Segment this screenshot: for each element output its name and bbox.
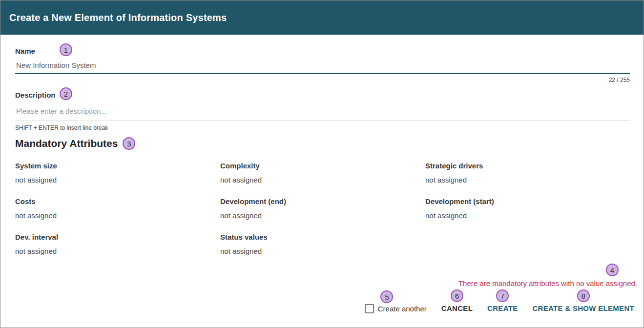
create-button[interactable]: CREATE xyxy=(487,303,518,313)
mandatory-attributes-heading-row: Mandatory Attributes 3 xyxy=(15,137,630,150)
attribute-label: Development (start) xyxy=(425,197,630,205)
attribute-label: Complexity xyxy=(220,162,425,170)
action-bar: 5 Create another 6 CANCEL 7 CREATE 8 CRE… xyxy=(15,289,634,313)
dialog-body: Name 1 22 / 255 Description 2 SHIFT + EN… xyxy=(0,44,644,313)
dialog-title: Create a New Element of Information Syst… xyxy=(9,12,227,23)
attribute-status-values: Status values not assigned xyxy=(220,233,425,255)
attribute-value: not assigned xyxy=(15,176,220,184)
step-badge-7: 7 xyxy=(496,289,509,302)
attribute-label: System size xyxy=(15,162,220,170)
create-element-dialog: { "dialog": { "title": "Create a New Ele… xyxy=(0,0,644,328)
mandatory-attributes-grid: System size not assigned Complexity not … xyxy=(15,162,630,255)
attribute-development-end: Development (end) not assigned xyxy=(220,197,425,220)
attribute-value: not assigned xyxy=(220,176,425,184)
attribute-label: Costs xyxy=(15,197,220,205)
description-label: Description xyxy=(15,91,56,99)
create-another-group: 5 Create another xyxy=(365,290,427,313)
attribute-development-start: Development (start) not assigned xyxy=(425,197,630,220)
description-hint: SHIFT + ENTER to insert line break xyxy=(15,124,630,131)
step-badge-1: 1 xyxy=(60,43,72,56)
attribute-costs: Costs not assigned xyxy=(15,197,220,220)
step-badge-3: 3 xyxy=(123,137,135,150)
attribute-value: not assigned xyxy=(425,176,630,184)
attribute-value: not assigned xyxy=(220,247,425,255)
name-label: Name xyxy=(15,47,35,55)
attribute-complexity: Complexity not assigned xyxy=(220,162,425,184)
attribute-label: Dev. interval xyxy=(15,233,220,241)
create-show-group: 8 CREATE & SHOW ELEMENT xyxy=(532,289,634,313)
create-another-checkbox[interactable] xyxy=(365,304,374,313)
attribute-strategic-drivers: Strategic drivers not assigned xyxy=(425,162,630,184)
create-another-label: Create another xyxy=(378,305,427,313)
attribute-value: not assigned xyxy=(15,247,220,255)
step-badge-8: 8 xyxy=(577,289,590,302)
dialog-header: Create a New Element of Information Syst… xyxy=(0,0,644,35)
name-input[interactable] xyxy=(15,61,630,74)
attribute-dev-interval: Dev. interval not assigned xyxy=(15,233,220,255)
attribute-value: not assigned xyxy=(15,211,220,220)
cancel-group: 6 CANCEL xyxy=(441,289,473,313)
attribute-label: Status values xyxy=(220,233,425,241)
name-char-counter: 22 / 255 xyxy=(15,77,630,83)
name-label-row: Name 1 xyxy=(15,44,630,57)
attribute-value: not assigned xyxy=(425,211,630,220)
mandatory-attributes-heading: Mandatory Attributes xyxy=(15,138,118,149)
validation-error-message: There are mandatory attributes with no v… xyxy=(15,279,637,287)
attribute-value: not assigned xyxy=(220,211,425,220)
step-badge-2: 2 xyxy=(60,87,72,100)
cancel-button[interactable]: CANCEL xyxy=(441,303,473,313)
step-badge-6: 6 xyxy=(451,289,463,302)
attribute-label: Development (end) xyxy=(220,197,425,205)
create-show-element-button[interactable]: CREATE & SHOW ELEMENT xyxy=(532,303,634,313)
dialog-footer: 4 There are mandatory attributes with no… xyxy=(15,255,630,313)
step-badge-5: 5 xyxy=(380,290,393,303)
description-label-row: Description 2 xyxy=(15,88,630,101)
create-group: 7 CREATE xyxy=(487,289,518,313)
attribute-system-size: System size not assigned xyxy=(15,162,220,184)
description-input[interactable] xyxy=(15,104,630,121)
step-badge-4: 4 xyxy=(606,264,619,276)
attribute-label: Strategic drivers xyxy=(425,162,630,170)
validation-error-row: 4 There are mandatory attributes with no… xyxy=(15,255,637,287)
